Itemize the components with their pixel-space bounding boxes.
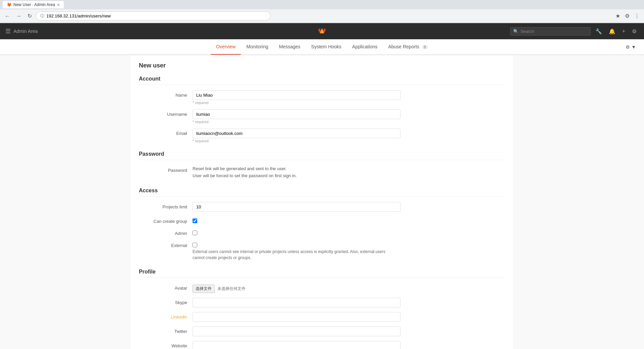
name-input[interactable]	[193, 90, 400, 100]
admin-label: Admin	[139, 229, 193, 236]
email-required: * required	[193, 139, 400, 143]
browser-actions: ★ ⚙ ⋮	[614, 12, 641, 20]
username-group: Username * required	[139, 109, 505, 124]
wrench-icon-btn[interactable]: 🔧	[593, 27, 604, 36]
gitlab-logo	[318, 27, 326, 36]
username-input[interactable]	[193, 109, 400, 119]
search-input[interactable]	[521, 29, 588, 34]
forward-button[interactable]: →	[14, 12, 23, 20]
password-group: Password Reset link will be generated an…	[139, 165, 505, 180]
tab-title: New User · Admin Area	[13, 2, 55, 7]
email-group: Email * required	[139, 129, 505, 143]
website-group: Website	[139, 341, 505, 349]
name-label: Name	[139, 90, 193, 98]
tab-system-hooks[interactable]: System Hooks	[306, 39, 347, 55]
hamburger-menu[interactable]: ☰	[5, 28, 11, 35]
external-note: External users cannot see internal or pr…	[193, 249, 387, 261]
password-section: Password Password Reset link will be gen…	[139, 151, 505, 180]
bookmark-btn[interactable]: ★	[614, 12, 622, 20]
nav-tabs: Overview Monitoring Messages System Hook…	[0, 39, 644, 55]
twitter-input[interactable]	[193, 327, 400, 336]
tab-overview[interactable]: Overview	[211, 39, 241, 55]
account-section-title: Account	[139, 76, 505, 85]
browser-toolbar: ← → ↻ ⓘ ★ ⚙ ⋮	[0, 9, 644, 23]
email-control: * required	[193, 129, 400, 143]
external-control: External users cannot see internal or pr…	[193, 241, 400, 261]
header-right: 🔍 🔧 🔔 + ⚙	[510, 27, 639, 36]
page-title: New user	[139, 62, 505, 69]
linkedin-control	[193, 312, 400, 322]
nav-tabs-bar: Overview Monitoring Messages System Hook…	[0, 39, 644, 55]
tab-favicon: 🦊	[7, 2, 11, 7]
tab-messages[interactable]: Messages	[274, 39, 306, 55]
account-section: Account Name * required Username * requi…	[139, 76, 505, 143]
extensions-btn[interactable]: ⚙	[623, 12, 631, 20]
projects-limit-label: Projects limit	[139, 202, 193, 209]
page-content: New user Account Name * required Usernam…	[131, 55, 513, 349]
user-icon-btn[interactable]: ⚙	[630, 27, 639, 36]
avatar-upload-wrap: 选择文件 未选择任何文件	[193, 283, 400, 293]
projects-limit-control	[193, 202, 400, 212]
tab-abuse-reports[interactable]: Abuse Reports 0	[383, 39, 433, 55]
plus-icon-btn[interactable]: +	[620, 27, 627, 36]
access-section-title: Access	[139, 188, 505, 197]
linkedin-input[interactable]	[193, 312, 400, 322]
external-checkbox[interactable]	[193, 243, 197, 247]
avatar-group: Avatar 选择文件 未选择任何文件	[139, 283, 505, 293]
projects-limit-group: Projects limit	[139, 202, 505, 212]
can-create-group-control	[193, 216, 400, 223]
website-input[interactable]	[193, 341, 400, 349]
name-group: Name * required	[139, 90, 505, 105]
username-label: Username	[139, 109, 193, 117]
profile-section: Profile Avatar 选择文件 未选择任何文件 Skype Linked…	[139, 269, 505, 349]
linkedin-label: Linkedin	[139, 312, 193, 319]
can-create-group-wrap	[193, 216, 400, 223]
skype-label: Skype	[139, 298, 193, 305]
skype-control	[193, 298, 400, 307]
tab-monitoring[interactable]: Monitoring	[241, 39, 273, 55]
profile-section-title: Profile	[139, 269, 505, 278]
access-section: Access Projects limit Can create group A…	[139, 188, 505, 261]
password-label: Password	[139, 165, 193, 173]
password-section-title: Password	[139, 151, 505, 160]
admin-wrap	[193, 229, 400, 235]
avatar-label: Avatar	[139, 283, 193, 291]
email-input[interactable]	[193, 129, 400, 138]
twitter-control	[193, 327, 400, 336]
skype-group: Skype	[139, 298, 505, 307]
external-label: External	[139, 241, 193, 248]
tab-close-btn[interactable]: ✕	[57, 3, 60, 7]
linkedin-group: Linkedin	[139, 312, 505, 322]
password-info-line2: User will be forced to set the password …	[193, 172, 400, 180]
name-required: * required	[193, 101, 400, 105]
website-control	[193, 341, 400, 349]
bell-icon-btn[interactable]: 🔔	[607, 27, 618, 36]
menu-btn[interactable]: ⋮	[633, 12, 641, 20]
avatar-file-btn[interactable]: 选择文件	[193, 285, 215, 293]
address-bar[interactable]: ⓘ	[36, 11, 271, 20]
name-control: * required	[193, 90, 400, 105]
avatar-no-file-label: 未选择任何文件	[217, 286, 246, 292]
address-input[interactable]	[46, 13, 266, 18]
password-info-line1: Reset link will be generated and sent to…	[193, 165, 400, 172]
website-label: Website	[139, 341, 193, 348]
admin-control	[193, 229, 400, 235]
username-control: * required	[193, 109, 400, 124]
browser-titlebar: 🦊 New User · Admin Area ✕	[0, 0, 644, 9]
can-create-group-label: Can create group	[139, 216, 193, 224]
app-header: ☰ Admin Area 🔍 🔧 🔔 + ⚙	[0, 23, 644, 39]
abuse-badge: 0	[422, 45, 428, 49]
search-box[interactable]: 🔍	[510, 27, 591, 36]
admin-checkbox[interactable]	[193, 231, 197, 235]
reload-button[interactable]: ↻	[25, 11, 34, 20]
skype-input[interactable]	[193, 298, 400, 307]
back-button[interactable]: ←	[3, 12, 12, 20]
browser-tab[interactable]: 🦊 New User · Admin Area ✕	[3, 1, 64, 8]
admin-group: Admin	[139, 229, 505, 236]
password-info-wrap: Reset link will be generated and sent to…	[193, 165, 400, 180]
can-create-group-checkbox[interactable]	[193, 218, 197, 223]
projects-limit-input[interactable]	[193, 202, 400, 212]
settings-gear-btn[interactable]: ⚙ ▼	[623, 40, 639, 54]
tab-applications[interactable]: Applications	[347, 39, 383, 55]
admin-area-label[interactable]: Admin Area	[13, 29, 38, 34]
